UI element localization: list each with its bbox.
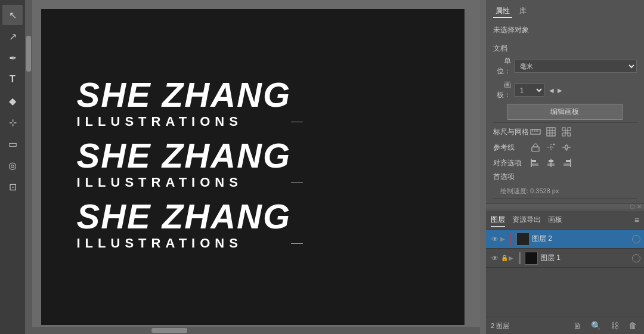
panel-resize-handle[interactable]: [480, 0, 486, 334]
svg-rect-0: [531, 129, 540, 134]
layer-2-bar: [510, 233, 512, 245]
align-right-icon[interactable]: [560, 156, 573, 169]
canvas-area: SHE ZHANG ILLUSTRATIONS SHE ZHANG ILLUST…: [25, 0, 480, 334]
guides-label: 参考线: [493, 143, 529, 153]
layer-2-expand[interactable]: ▶: [500, 236, 509, 242]
tool-type[interactable]: T: [2, 69, 23, 89]
rulers-grid-row: 标尺与网格: [493, 125, 637, 138]
ruler-icon[interactable]: [529, 125, 542, 138]
artboard-select[interactable]: 1: [515, 84, 544, 97]
guide-lock-icon[interactable]: [529, 141, 542, 154]
text-group-3: SHE ZHANG ILLUSTRATIONS: [77, 197, 292, 253]
align-label: 对齐选项: [493, 158, 529, 168]
rulers-icons: [529, 125, 573, 138]
svg-rect-11: [568, 128, 571, 131]
artboard-prev[interactable]: ◀: [548, 86, 555, 95]
layer-2-target[interactable]: [632, 235, 640, 243]
artboard-row: 画板： 1 ◀ ▶: [493, 80, 637, 100]
text-group-2: SHE ZHANG ILLUSTRATIONS: [77, 137, 292, 193]
svg-rect-27: [531, 163, 538, 166]
right-panel: 属性 库 未选择对象 文档 单位： 毫米 像素 厘米 画板： 1 ◀ ▶ 编辑画…: [486, 0, 644, 334]
layer-1-lock[interactable]: 🔒: [500, 254, 509, 262]
main-title-3: SHE ZHANG: [77, 197, 292, 236]
tool-transform[interactable]: ⊹: [2, 112, 23, 132]
properties-section: 属性 库 未选择对象 文档 单位： 毫米 像素 厘米 画板： 1 ◀ ▶ 编辑画…: [486, 0, 644, 204]
edit-artboard-button[interactable]: 编辑画板: [507, 104, 623, 120]
layers-footer: 2 图层 🗎 🔍 ⛓ 🗑: [486, 317, 644, 334]
layer-count: 2 图层: [491, 321, 509, 330]
layer-2-visibility[interactable]: 👁: [490, 234, 500, 245]
delete-layer-icon[interactable]: 🗑: [626, 320, 639, 332]
vertical-scroll[interactable]: [25, 0, 32, 334]
tab-properties[interactable]: 属性: [493, 5, 512, 18]
guides-row: 参考线: [493, 141, 637, 154]
layer-2-thumbnail: [516, 233, 530, 246]
svg-rect-23: [565, 146, 568, 149]
tool-gradient[interactable]: ◎: [2, 155, 23, 175]
v-scroll-thumb[interactable]: [26, 36, 31, 72]
canvas-content: SHE ZHANG ILLUSTRATIONS SHE ZHANG ILLUST…: [41, 76, 465, 258]
layer-1-target[interactable]: [632, 254, 640, 262]
layers-empty-space: [486, 268, 644, 317]
tool-paintbucket[interactable]: ▭: [2, 134, 23, 154]
artboard-next[interactable]: ▶: [556, 86, 564, 95]
grid-icon[interactable]: [544, 125, 558, 138]
tool-pen[interactable]: ✒: [2, 48, 23, 68]
guide-clear-icon[interactable]: [544, 141, 558, 154]
svg-rect-33: [564, 163, 571, 166]
align-row: 对齐选项: [493, 156, 637, 169]
tool-artboard[interactable]: ⊡: [2, 177, 23, 197]
main-title-1: SHE ZHANG: [77, 76, 292, 114]
tab-layers[interactable]: 图层: [491, 214, 505, 227]
tab-artboards[interactable]: 画板: [548, 214, 562, 227]
unit-row: 单位： 毫米 像素 厘米: [493, 56, 637, 76]
guide-snap-icon[interactable]: [560, 141, 573, 154]
resize-icon: ⬡ ✕: [630, 203, 642, 210]
svg-rect-10: [562, 128, 565, 131]
layer-row-1[interactable]: 👁 🔒 ▶ 图层 1: [486, 249, 644, 268]
main-title-2: SHE ZHANG: [77, 137, 292, 175]
layer-1-visibility[interactable]: 👁: [490, 253, 500, 264]
search-layer-icon[interactable]: 🔍: [589, 320, 603, 332]
h-scroll-thumb[interactable]: [151, 328, 187, 333]
no-selection-text: 未选择对象: [493, 21, 637, 39]
layers-panel: 图层 资源导出 画板 ≡ 👁 ▶ 图层 2 👁 🔒 ▶ 图层 1: [486, 211, 644, 334]
tool-shape[interactable]: ◆: [2, 91, 23, 111]
sub-title-1: ILLUSTRATIONS: [77, 114, 292, 129]
svg-rect-26: [531, 160, 536, 162]
align-icons: [529, 156, 573, 169]
tab-asset-export[interactable]: 资源导出: [512, 214, 541, 227]
svg-rect-5: [547, 128, 555, 136]
divider-1: [493, 122, 637, 123]
pixel-grid-icon[interactable]: [560, 125, 573, 138]
unit-select[interactable]: 毫米 像素 厘米: [515, 60, 637, 73]
unit-label: 单位：: [493, 56, 511, 76]
tool-selection[interactable]: ↖: [2, 5, 23, 25]
document-section-label: 文档: [493, 44, 637, 54]
align-left-icon[interactable]: [529, 156, 542, 169]
preferences-row: 首选项: [493, 172, 637, 182]
svg-rect-14: [565, 131, 568, 133]
layers-tabs: 图层 资源导出 画板: [491, 214, 562, 227]
rulers-label: 标尺与网格: [493, 127, 529, 137]
tool-direct-selection[interactable]: ↗: [2, 26, 23, 47]
layers-menu-button[interactable]: ≡: [634, 215, 639, 225]
layers-resize-handle[interactable]: ⬡ ✕: [486, 204, 644, 209]
left-toolbar: ↖ ↗ ✒ T ◆ ⊹ ▭ ◎ ⊡: [0, 0, 25, 334]
text-group-1: SHE ZHANG ILLUSTRATIONS: [77, 76, 292, 132]
svg-rect-32: [566, 160, 571, 162]
sub-title-2: ILLUSTRATIONS: [77, 175, 292, 190]
svg-rect-12: [562, 133, 565, 136]
layer-1-expand[interactable]: ▶: [509, 255, 517, 261]
guides-icons: [529, 141, 573, 154]
layer-row-2[interactable]: 👁 ▶ 图层 2: [486, 230, 644, 249]
align-center-icon[interactable]: [544, 156, 558, 169]
link-layer-icon[interactable]: ⛓: [608, 320, 621, 332]
horizontal-scroll[interactable]: [32, 327, 480, 334]
layer-2-name: 图层 2: [532, 234, 630, 244]
canvas: SHE ZHANG ILLUSTRATIONS SHE ZHANG ILLUST…: [41, 9, 465, 325]
tab-library[interactable]: 库: [517, 5, 529, 18]
svg-rect-13: [568, 133, 571, 136]
new-layer-icon[interactable]: 🗎: [571, 320, 584, 332]
layer-1-thumbnail: [525, 252, 538, 265]
